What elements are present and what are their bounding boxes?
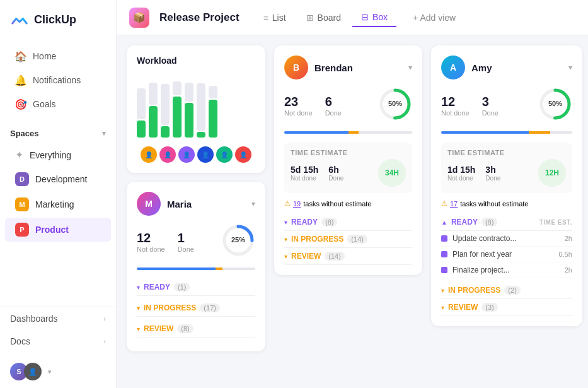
- amy-info: A Amy: [441, 56, 492, 79]
- list-tab-icon: ≡: [263, 13, 268, 23]
- task-dot-3: [441, 267, 447, 273]
- brendan-total-time: 34H: [378, 159, 406, 187]
- sidebar-item-notifications[interactable]: 🔔 Notifications: [5, 69, 111, 91]
- amy-time-done-label: Done: [485, 175, 500, 182]
- sidebar-item-goals-label: Goals: [33, 99, 56, 109]
- workload-title: Workload: [137, 56, 255, 66]
- sidebar-item-everything[interactable]: ✦ Everything: [5, 144, 111, 166]
- sidebar-item-dashboards[interactable]: Dashboards ›: [0, 307, 116, 330]
- maria-ready-header[interactable]: ▾ READY (1): [137, 279, 255, 296]
- docs-label: Docs: [10, 336, 30, 346]
- chart-col-6: [197, 81, 205, 138]
- brendan-warn-text: tasks without estimate: [303, 200, 371, 208]
- brendan-prog-blue: [284, 131, 349, 134]
- brendan-time-done-num: 6h: [328, 165, 343, 175]
- brendan-progress-ring: 50%: [378, 87, 412, 124]
- tab-box[interactable]: ⊟ Box: [352, 8, 396, 27]
- amy-avatar: A: [441, 56, 465, 79]
- workload-card: Workload: [127, 45, 265, 173]
- workload-avatar-4: 👤: [197, 146, 214, 163]
- amy-done-num: 3: [482, 95, 499, 109]
- amy-time-not-done: 1d 15h Not done: [447, 165, 475, 182]
- sidebar: ClickUp 🏠 Home 🔔 Notifications 🎯 Goals S…: [0, 0, 117, 388]
- amy-ready-header[interactable]: ▲ READY (8) TIME EST.: [441, 214, 572, 231]
- amy-review-chevron: ▾: [441, 304, 444, 311]
- amy-inprogress-header[interactable]: ▾ IN PROGRESS (2): [441, 282, 572, 299]
- chart-col-1: [137, 81, 146, 138]
- amy-inprogress-label: IN PROGRESS: [448, 286, 500, 295]
- maria-card: M Maria ▾ 12 Not done 1 Done: [127, 182, 265, 351]
- maria-not-done-num: 12: [137, 231, 165, 245]
- task-time-2: 0.5h: [559, 250, 572, 258]
- brendan-dropdown-icon[interactable]: ▾: [408, 63, 412, 72]
- amy-inprogress-chevron: ▾: [441, 287, 444, 294]
- sidebar-item-marketing[interactable]: M Marketing: [5, 192, 111, 216]
- sidebar-item-product[interactable]: P Product: [5, 218, 111, 242]
- brendan-prog-yellow: [349, 131, 359, 134]
- tab-board[interactable]: ⊞ Board: [297, 9, 350, 26]
- bar-container-3: [161, 81, 170, 138]
- amy-warn-row: ⚠ 17 tasks without estimate: [441, 199, 572, 208]
- brendan-time-done-label: Done: [328, 175, 343, 182]
- maria-review-header[interactable]: ▾ REVIEW (8): [137, 320, 255, 338]
- sidebar-item-home[interactable]: 🏠 Home: [5, 45, 111, 68]
- product-dot: P: [15, 223, 29, 237]
- tab-board-label: Board: [318, 13, 341, 23]
- brendan-ready-header[interactable]: ▾ READY (8): [284, 214, 412, 231]
- bar-bg-4: [173, 81, 182, 95]
- maria-ready-count: (1): [174, 283, 190, 291]
- task-name-1: Update contracto...: [453, 234, 560, 243]
- brendan-info: B Brendan: [284, 56, 353, 79]
- add-view-button[interactable]: + Add view: [406, 9, 462, 26]
- maria-review-label: REVIEW: [144, 324, 173, 333]
- brendan-warn-link[interactable]: 19: [293, 200, 301, 208]
- clickup-logo-icon: [10, 10, 29, 29]
- brendan-time-ring: 34H: [378, 159, 406, 187]
- bar-container-4: [173, 81, 182, 138]
- brendan-done-label: Done: [325, 109, 342, 117]
- maria-review-count: (8): [177, 324, 193, 333]
- maria-dropdown-icon[interactable]: ▾: [251, 199, 255, 208]
- workload-avatar-3: 👤: [178, 146, 195, 163]
- project-icon: 📦: [129, 8, 149, 28]
- maria-progress-ring: 25%: [221, 223, 255, 260]
- workload-chart: [137, 74, 255, 138]
- tab-list[interactable]: ≡ List: [255, 9, 295, 26]
- svg-text:50%: 50%: [548, 100, 562, 107]
- brendan-review-header[interactable]: ▾ REVIEW (14): [284, 248, 412, 265]
- brendan-done-stat: 6 Done: [325, 95, 342, 117]
- sidebar-item-development[interactable]: D Development: [5, 167, 111, 191]
- brendan-warn-row: ⚠ 19 tasks without estimate: [284, 199, 412, 208]
- amy-done-stat: 3 Done: [482, 95, 499, 117]
- sidebar-item-goals[interactable]: 🎯 Goals: [5, 93, 111, 115]
- maria-header: M Maria ▾: [137, 192, 255, 216]
- spaces-header: Spaces ▾: [10, 129, 106, 138]
- amy-stats: 12 Not done 3 Done 50%: [441, 87, 572, 124]
- brendan-sections: ▾ READY (8) ▾ IN PROGRESS (14) ▾ REVIEW …: [284, 214, 412, 265]
- brendan-time-not-done-label: Not done: [291, 175, 318, 182]
- maria-inprogress-label: IN PROGRESS: [144, 303, 196, 312]
- brendan-name: Brendan: [314, 62, 353, 73]
- amy-warn-link[interactable]: 17: [450, 200, 458, 208]
- left-column: Workload: [127, 45, 265, 351]
- amy-review-header[interactable]: ▾ REVIEW (3): [441, 299, 572, 316]
- sidebar-footer: S 👤 ▾: [0, 355, 116, 388]
- user-avatar-stack: S 👤: [10, 363, 42, 380]
- brendan-inprogress-label: IN PROGRESS: [291, 235, 343, 244]
- chart-col-5: [185, 81, 193, 138]
- bar-green-1: [137, 121, 146, 138]
- amy-dropdown-icon[interactable]: ▾: [568, 63, 572, 72]
- board-tab-icon: ⊞: [306, 13, 314, 23]
- maria-inprogress-header[interactable]: ▾ IN PROGRESS (17): [137, 300, 255, 317]
- brendan-inprogress-header[interactable]: ▾ IN PROGRESS (14): [284, 231, 412, 248]
- brendan-prog-gray: [359, 131, 412, 134]
- maria-inprogress-section: ▾ IN PROGRESS (17): [137, 300, 255, 317]
- maria-prog-gray: [222, 267, 255, 270]
- bar-green-3: [161, 126, 170, 138]
- spaces-chevron-icon: ▾: [102, 129, 106, 138]
- sidebar-item-docs[interactable]: Docs ›: [0, 330, 116, 353]
- sidebar-item-everything-label: Everything: [30, 150, 71, 160]
- spaces-label: Spaces: [10, 129, 39, 138]
- bar-green-7: [209, 100, 217, 138]
- amy-ready-label: READY: [451, 218, 478, 226]
